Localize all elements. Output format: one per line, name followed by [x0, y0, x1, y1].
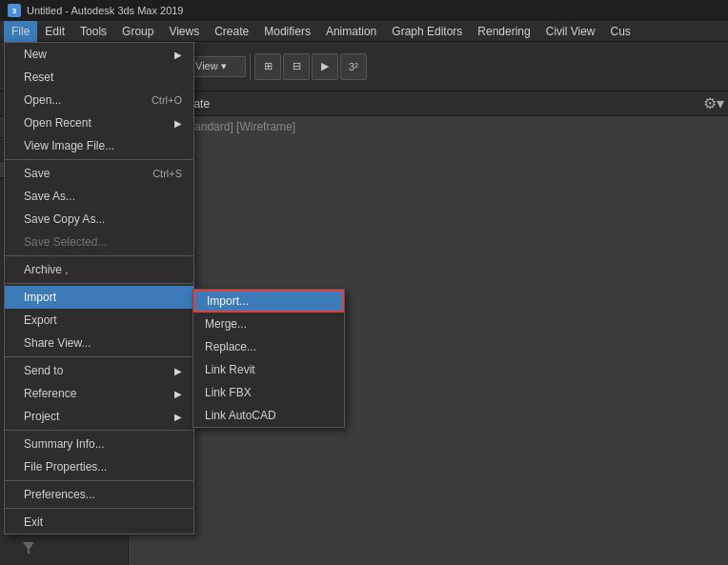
menu-item-open[interactable]: Open... Ctrl+O: [5, 89, 193, 111]
sep-5: [5, 430, 193, 431]
menu-item-new-label: New: [24, 48, 47, 61]
sep-1: [5, 159, 193, 160]
window-title: Untitled - Autodesk 3ds Max 2019: [27, 5, 183, 16]
reference-arrow: ▶: [174, 389, 182, 399]
sep-2: [5, 255, 193, 256]
menu-item-open-recent[interactable]: Open Recent ▶: [5, 111, 193, 134]
sep-7: [5, 508, 193, 509]
menu-item-send-to[interactable]: Send to ▶: [5, 359, 193, 382]
filter-icon-2[interactable]: [19, 538, 38, 557]
menu-customize[interactable]: Cus: [603, 21, 638, 42]
menu-animation[interactable]: Animation: [318, 21, 384, 42]
import-submenu: Import... Merge... Replace... Link Revit…: [192, 289, 345, 428]
menu-create[interactable]: Create: [207, 21, 256, 42]
menu-item-save-selected-label: Save Selected...: [24, 235, 107, 249]
menu-item-save[interactable]: Save Ctrl+S: [5, 162, 193, 185]
menu-item-file-properties[interactable]: File Properties...: [5, 455, 193, 478]
menu-tools[interactable]: Tools: [72, 21, 114, 42]
send-to-arrow: ▶: [174, 366, 182, 376]
menu-item-export[interactable]: Export: [5, 309, 193, 332]
menu-item-open-recent-label: Open Recent: [24, 116, 91, 130]
svg-marker-3: [23, 542, 34, 554]
menu-item-exit-label: Exit: [24, 515, 43, 529]
menu-item-view-image[interactable]: View Image File...: [5, 134, 193, 157]
menu-item-open-label: Open...: [24, 93, 61, 107]
import-file-item[interactable]: Import...: [193, 290, 344, 313]
menu-item-send-to-label: Send to: [24, 364, 63, 377]
zoom-region-btn[interactable]: ⊟: [283, 53, 310, 80]
sep-6: [5, 480, 193, 481]
sep-4: [5, 356, 193, 357]
menu-bar: File Edit Tools Group Views Create Modif…: [0, 21, 728, 42]
menu-item-save-selected: Save Selected...: [5, 231, 193, 253]
menu-group[interactable]: Group: [114, 21, 161, 42]
menu-item-reference-label: Reference: [24, 387, 76, 400]
menu-item-share-view[interactable]: Share View...: [5, 332, 193, 354]
menu-item-view-image-label: View Image File...: [24, 139, 114, 152]
menu-item-import[interactable]: Import: [5, 286, 193, 309]
render-btn[interactable]: ▶: [312, 53, 338, 80]
zoom-extents-btn[interactable]: ⊞: [254, 53, 281, 80]
options-dropdown[interactable]: ⚙▾: [703, 94, 724, 112]
menu-item-project-label: Project: [24, 410, 59, 423]
view-dropdown[interactable]: View ▾: [189, 56, 246, 77]
menu-item-archive[interactable]: Archive ,: [5, 258, 193, 281]
menu-file[interactable]: File: [4, 21, 37, 42]
sep-3: [5, 283, 193, 284]
menu-item-save-label: Save: [24, 167, 50, 180]
render-setup-btn[interactable]: 3²: [340, 53, 367, 80]
menu-item-summary-info[interactable]: Summary Info...: [5, 433, 193, 455]
import-file-label: Import...: [207, 294, 249, 308]
link-autocad-item[interactable]: Link AutoCAD: [193, 404, 344, 427]
merge-item[interactable]: Merge...: [193, 313, 344, 335]
menu-item-exit[interactable]: Exit: [5, 511, 193, 534]
menu-item-preferences[interactable]: Preferences...: [5, 483, 193, 506]
menu-item-new[interactable]: New ▶: [5, 43, 193, 66]
menu-item-import-label: Import: [24, 291, 56, 304]
menu-item-preferences-label: Preferences...: [24, 488, 95, 501]
menu-item-summary-info-label: Summary Info...: [24, 437, 105, 451]
replace-item[interactable]: Replace...: [193, 335, 344, 358]
menu-item-reference[interactable]: Reference ▶: [5, 382, 193, 405]
menu-item-save-copy-as[interactable]: Save Copy As...: [5, 208, 193, 231]
menu-views[interactable]: Views: [161, 21, 207, 42]
open-shortcut: Ctrl+O: [152, 94, 182, 106]
new-arrow: ▶: [174, 50, 182, 60]
toolbar-sep-3: [250, 53, 251, 80]
project-arrow: ▶: [174, 412, 182, 422]
file-menu: New ▶ Reset Open... Ctrl+O Open Recent ▶…: [4, 42, 194, 535]
link-fbx-item[interactable]: Link FBX: [193, 381, 344, 404]
menu-edit[interactable]: Edit: [37, 21, 72, 42]
menu-item-file-properties-label: File Properties...: [24, 460, 107, 474]
menu-graph-editors[interactable]: Graph Editors: [384, 21, 470, 42]
menu-rendering[interactable]: Rendering: [470, 21, 537, 42]
menu-item-save-as[interactable]: Save As...: [5, 185, 193, 208]
menu-item-save-copy-as-label: Save Copy As...: [24, 212, 105, 226]
menu-item-export-label: Export: [24, 313, 57, 327]
app-icon: 3: [8, 4, 21, 17]
viewport-label: [+] [Top] [Standard] [Wireframe]: [129, 116, 728, 137]
menu-item-archive-label: Archive ,: [24, 263, 69, 276]
menu-modifiers[interactable]: Modifiers: [256, 21, 318, 42]
link-autocad-label: Link AutoCAD: [205, 409, 276, 422]
replace-label: Replace...: [205, 340, 256, 353]
link-revit-label: Link Revit: [205, 363, 255, 376]
merge-label: Merge...: [205, 317, 247, 331]
menu-item-project[interactable]: Project ▶: [5, 405, 193, 428]
menu-item-reset[interactable]: Reset: [5, 66, 193, 89]
save-shortcut: Ctrl+S: [152, 168, 182, 179]
menu-item-share-view-label: Share View...: [24, 336, 91, 350]
link-revit-item[interactable]: Link Revit: [193, 358, 344, 381]
menu-item-save-as-label: Save As...: [24, 190, 75, 203]
menu-item-reset-label: Reset: [24, 71, 53, 84]
open-recent-arrow: ▶: [174, 118, 182, 129]
link-fbx-label: Link FBX: [205, 386, 252, 399]
title-bar: 3 Untitled - Autodesk 3ds Max 2019: [0, 0, 728, 21]
menu-civil-view[interactable]: Civil View: [538, 21, 603, 42]
